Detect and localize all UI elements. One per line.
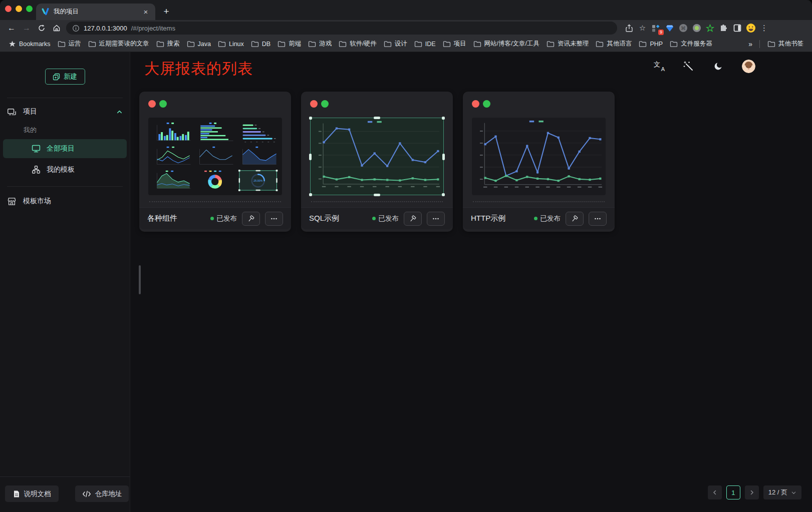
bookmark-folder[interactable]: 搜索 — [153, 38, 183, 50]
card-preview-chart-selected[interactable] — [310, 118, 444, 195]
hammer-icon — [409, 215, 417, 223]
extension-tabs-icon[interactable]: 9 — [649, 22, 663, 35]
card-name: HTTP示例 — [471, 214, 529, 223]
bookmark-folder[interactable]: 文件服务器 — [666, 38, 716, 50]
sidebar-item-all-projects[interactable]: 全部项目 — [3, 139, 127, 158]
bookmark-folder[interactable]: 前端 — [274, 38, 305, 50]
current-page-button[interactable]: 1 — [726, 485, 740, 499]
profile-avatar-button[interactable] — [744, 22, 757, 35]
project-card[interactable]: SQL示例 已发布 — [301, 92, 453, 232]
language-toggle-button[interactable]: 文A — [654, 61, 665, 71]
extensions-puzzle-button[interactable] — [717, 22, 730, 35]
project-card[interactable]: 25.00% 各种组件 已发布 — [139, 92, 291, 232]
bookmark-folder[interactable]: Linux — [214, 39, 247, 49]
ellipsis-icon — [432, 215, 440, 223]
bookmark-folder[interactable]: 近期需要读的文章 — [85, 38, 153, 50]
bookmark-folder[interactable]: IDE — [411, 39, 439, 49]
edit-project-button[interactable] — [242, 212, 260, 226]
card-preview-widgets[interactable]: 25.00% — [148, 118, 282, 195]
bookmark-folder[interactable]: 项目 — [439, 38, 470, 50]
extension-gem-icon[interactable] — [663, 22, 676, 35]
bookmark-folder[interactable]: Java — [183, 39, 214, 49]
close-window-button[interactable] — [5, 6, 12, 12]
browser-tab[interactable]: 我的项目 × — [36, 4, 155, 20]
selection-handle[interactable] — [309, 117, 312, 120]
theme-wand-button[interactable] — [682, 60, 695, 73]
selection-handle[interactable] — [442, 154, 445, 160]
magic-wand-icon — [683, 61, 694, 72]
new-project-button[interactable]: 新建 — [45, 69, 85, 85]
bookmarks-overflow-chevron[interactable]: » — [745, 40, 755, 48]
selection-handle[interactable] — [374, 194, 380, 196]
sidebar-item-my-templates[interactable]: 我的模板 — [3, 160, 127, 179]
home-button[interactable] — [49, 22, 64, 35]
bookmark-folder[interactable]: 软件/硬件 — [335, 38, 380, 50]
page-size-select[interactable]: 12 / 页 — [763, 485, 801, 499]
green-dot — [483, 100, 490, 108]
bookmark-folder-label: Linux — [229, 41, 244, 48]
maximize-window-button[interactable] — [26, 6, 33, 12]
more-actions-button[interactable] — [589, 212, 607, 226]
bookmark-folder-list: 运营 近期需要读的文章 搜索 Java Linux — [54, 38, 746, 50]
other-bookmarks-folder[interactable]: 其他书签 — [764, 38, 807, 50]
site-info-icon[interactable] — [72, 25, 80, 32]
chevron-up-icon[interactable] — [116, 109, 123, 115]
more-actions-button[interactable] — [427, 212, 445, 226]
user-avatar[interactable] — [742, 60, 755, 73]
selection-handle[interactable] — [442, 193, 445, 196]
red-dot — [148, 100, 156, 108]
bookmark-folder[interactable]: DB — [247, 39, 274, 49]
chrome-menu-button[interactable]: ⋮ — [757, 22, 771, 35]
prev-page-button[interactable] — [708, 485, 722, 499]
selection-handle[interactable] — [309, 154, 312, 160]
forward-button[interactable]: → — [19, 22, 34, 35]
selection-handle[interactable] — [309, 193, 312, 196]
gauge-value: 25.00% — [253, 179, 262, 182]
tab-close-icon[interactable]: × — [141, 8, 150, 17]
url-path: /#/project/items — [131, 25, 175, 32]
bookmark-folder[interactable]: 资讯未整理 — [543, 38, 593, 50]
extension-star-icon[interactable] — [703, 22, 717, 35]
side-panel-button[interactable] — [730, 22, 744, 35]
line-chart — [311, 118, 443, 195]
scrollbar-thumb[interactable] — [139, 265, 141, 294]
folder-icon — [639, 41, 647, 48]
selection-handle[interactable] — [442, 117, 445, 120]
dark-mode-button[interactable] — [712, 60, 725, 73]
card-dotted-divider — [149, 201, 281, 202]
card-window-dots — [148, 100, 282, 108]
mini-two-line-chart — [152, 145, 193, 168]
card-footer: SQL示例 已发布 — [301, 207, 453, 229]
next-page-button[interactable] — [745, 485, 759, 499]
edit-project-button[interactable] — [404, 212, 422, 226]
back-button[interactable]: ← — [4, 22, 19, 35]
edit-project-button[interactable] — [566, 212, 584, 226]
selection-handle[interactable] — [374, 117, 380, 119]
sidebar-item-template-market[interactable]: 模板市场 — [0, 191, 130, 212]
bookmark-folder[interactable]: 游戏 — [305, 38, 335, 50]
project-card[interactable]: HTTP示例 已发布 — [463, 92, 615, 232]
docs-button[interactable]: 说明文档 — [5, 485, 59, 502]
minimize-window-button[interactable] — [16, 6, 22, 12]
bookmark-folder[interactable]: 其他语言 — [592, 38, 635, 50]
chevron-down-icon — [791, 490, 796, 495]
reload-button[interactable] — [34, 22, 49, 35]
bookmark-folder[interactable]: 网站/博客/文章/工具 — [470, 38, 543, 50]
bookmark-star-button[interactable]: ☆ — [636, 22, 649, 35]
share-button[interactable] — [622, 22, 636, 35]
more-actions-button[interactable] — [265, 212, 283, 226]
repo-button[interactable]: 仓库地址 — [75, 485, 129, 502]
new-tab-button[interactable]: + — [159, 5, 173, 19]
ellipsis-icon — [594, 215, 602, 223]
card-preview-chart[interactable] — [472, 118, 606, 195]
sidebar-group-project[interactable]: 项目 — [0, 101, 130, 122]
bookmark-folder[interactable]: PHP — [635, 39, 666, 49]
card-status: 已发布 — [210, 214, 237, 223]
bookmark-folder[interactable]: 设计 — [380, 38, 411, 50]
address-bar[interactable]: 127.0.0.1:3000/#/project/items — [66, 22, 617, 35]
extension-recorder-icon[interactable] — [690, 22, 703, 35]
bookmark-folder[interactable]: 运营 — [54, 38, 85, 50]
extension-command-icon[interactable]: ⌘ — [676, 22, 690, 35]
bookmarks-manager-link[interactable]: Bookmarks — [5, 39, 54, 49]
card-name: 各种组件 — [147, 214, 205, 223]
